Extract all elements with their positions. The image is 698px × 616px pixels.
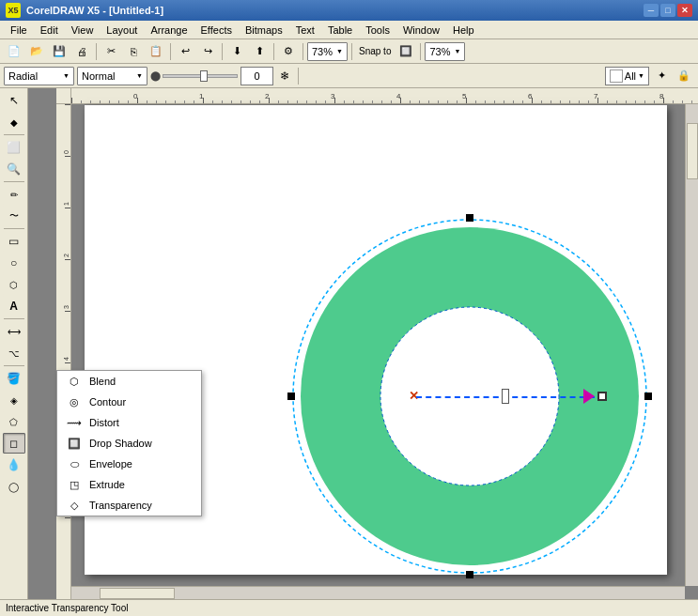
new-button[interactable]: 📄 [4, 41, 24, 62]
ctx-menu-item-drop-shadow[interactable]: 🔲Drop Shadow [57, 433, 201, 454]
window-controls: ─ □ ✕ [644, 4, 692, 17]
open-button[interactable]: 📂 [26, 41, 47, 62]
print-button[interactable]: 🖨 [71, 41, 92, 62]
redo-button[interactable]: ↪ [197, 41, 218, 62]
polygon-tool[interactable]: ⬡ [3, 274, 25, 295]
ctx-menu-item-transparency[interactable]: ◇Transparency [57, 495, 201, 516]
menu-item-edit[interactable]: Edit [34, 23, 65, 38]
maximize-button[interactable]: □ [660, 4, 675, 17]
menu-item-help[interactable]: Help [446, 23, 481, 38]
color-scope-label: All [625, 70, 636, 82]
zoom-arrow-2: ▼ [454, 48, 460, 54]
application-launcher[interactable]: ⚙ [278, 41, 299, 62]
smart-drawing-tool[interactable]: 〜 [3, 206, 25, 226]
ctx-label-transparency: Transparency [89, 500, 152, 511]
sep1 [96, 43, 97, 60]
export-button[interactable]: ⬆ [249, 41, 270, 62]
transparency-tool[interactable]: ◻ [3, 433, 25, 454]
menu-item-table[interactable]: Table [321, 23, 359, 38]
vertical-scrollbar[interactable] [685, 104, 698, 586]
fill-type-select[interactable]: Radial ▼ [4, 67, 74, 85]
ctx-icon-drop-shadow: 🔲 [65, 435, 84, 452]
menu-item-view[interactable]: View [65, 23, 101, 38]
fill-type-label: Radial [8, 70, 38, 82]
freeze-button[interactable]: ❄ [276, 68, 293, 85]
freehand-tool[interactable]: ✏ [3, 184, 25, 205]
ctx-menu-item-envelope[interactable]: ⬭Envelope [57, 454, 201, 474]
zoom-value-2: 73% [429, 46, 450, 57]
snap-btn[interactable]: 🔲 [396, 41, 416, 62]
ctx-label-blend: Blend [89, 376, 116, 387]
ctx-menu-item-contour[interactable]: ◎Contour [57, 392, 201, 412]
color-scope-select[interactable]: All ▼ [605, 67, 649, 85]
fill-tool[interactable]: 🪣 [3, 368, 25, 389]
menu-item-text[interactable]: Text [289, 23, 321, 38]
interactive-blend-tool[interactable]: ⬠ [3, 411, 25, 432]
status-bar: Interactive Transparency Tool [0, 599, 698, 616]
handle-top-mid[interactable] [466, 214, 473, 222]
zoom-value: 73% [312, 46, 333, 57]
ring-object[interactable]: ✕ [291, 218, 648, 575]
save-button[interactable]: 💾 [49, 41, 70, 62]
ctx-icon-contour: ◎ [65, 393, 84, 410]
eyedropper-tool[interactable]: 💧 [3, 454, 25, 475]
merge-mode-select[interactable]: Normal ▼ [77, 67, 147, 85]
parallel-dimensions-tool[interactable]: ⟷ [3, 321, 25, 342]
ctx-label-drop-shadow: Drop Shadow [89, 438, 152, 449]
zoom-dropdown[interactable]: 73% ▼ [307, 42, 348, 61]
menu-item-tools[interactable]: Tools [359, 23, 396, 38]
ruler-corner [56, 88, 71, 104]
zoom-dropdown-2[interactable]: 73% ▼ [425, 42, 465, 61]
handle-left-mid[interactable] [287, 393, 295, 400]
lock-btn[interactable]: 🔒 [674, 66, 694, 86]
crop-tool[interactable]: ⬜ [3, 137, 25, 158]
canvas-area[interactable]: 0123456789 01234567 ✕ [28, 88, 698, 599]
select-tool[interactable]: ↖ [3, 90, 25, 111]
rectangle-tool[interactable]: ▭ [3, 231, 25, 252]
menu-item-arrange[interactable]: Arrange [144, 23, 194, 38]
handle-bottom-mid[interactable] [466, 571, 473, 578]
sep4 [273, 43, 274, 60]
merge-mode-label: Normal [82, 70, 115, 82]
menu-item-effects[interactable]: Effects [194, 23, 239, 38]
ctx-menu-item-distort[interactable]: ⟿Distort [57, 412, 201, 433]
vertical-scroll-thumb[interactable] [687, 123, 698, 179]
copy-button[interactable]: ⎘ [123, 41, 144, 62]
menu-item-layout[interactable]: Layout [100, 23, 144, 38]
menu-item-window[interactable]: Window [396, 23, 446, 38]
smart-fill-tool[interactable]: ◈ [3, 390, 25, 410]
opacity-thumb[interactable] [200, 70, 208, 82]
horizontal-scrollbar[interactable] [71, 586, 685, 599]
horizontal-scroll-thumb[interactable] [100, 588, 175, 599]
zoom-tool[interactable]: 🔍 [3, 159, 25, 179]
menu-item-file[interactable]: File [4, 23, 34, 38]
menu-item-bitmaps[interactable]: Bitmaps [239, 23, 289, 38]
handle-right-mid[interactable] [644, 393, 652, 400]
ctx-label-extrude: Extrude [89, 479, 125, 490]
fill-end-handle[interactable] [597, 392, 607, 401]
outline-tool[interactable]: ◯ [3, 476, 25, 497]
opacity-slider[interactable] [163, 74, 238, 78]
minimize-button[interactable]: ─ [644, 4, 659, 17]
menu-bar: FileEditViewLayoutArrangeEffectsBitmapsT… [0, 21, 698, 39]
interactive-effects-menu[interactable]: ⬡Blend◎Contour⟿Distort🔲Drop Shadow⬭Envel… [56, 370, 202, 516]
undo-button[interactable]: ↩ [175, 41, 195, 62]
ctx-menu-item-extrude[interactable]: ◳Extrude [57, 474, 201, 495]
color-picker-btn[interactable]: ✦ [651, 66, 672, 86]
paste-button[interactable]: 📋 [146, 41, 166, 62]
shape-tool[interactable]: ◆ [3, 112, 25, 132]
ctx-icon-extrude: ◳ [65, 476, 84, 493]
opacity-input[interactable]: 0 [240, 67, 273, 85]
text-tool[interactable]: A [3, 296, 25, 316]
ctx-label-distort: Distort [89, 417, 119, 428]
ctx-icon-blend: ⬡ [65, 373, 84, 390]
ctx-menu-item-blend[interactable]: ⬡Blend [57, 371, 201, 392]
ellipse-tool[interactable]: ○ [3, 253, 25, 273]
cut-button[interactable]: ✂ [101, 41, 121, 62]
import-button[interactable]: ⬇ [226, 41, 247, 62]
app-icon: X5 [6, 3, 21, 18]
sep2 [170, 43, 171, 60]
connector-tool[interactable]: ⌥ [3, 343, 25, 363]
close-button[interactable]: ✕ [677, 4, 692, 17]
fill-midpoint-handle[interactable] [502, 389, 509, 404]
